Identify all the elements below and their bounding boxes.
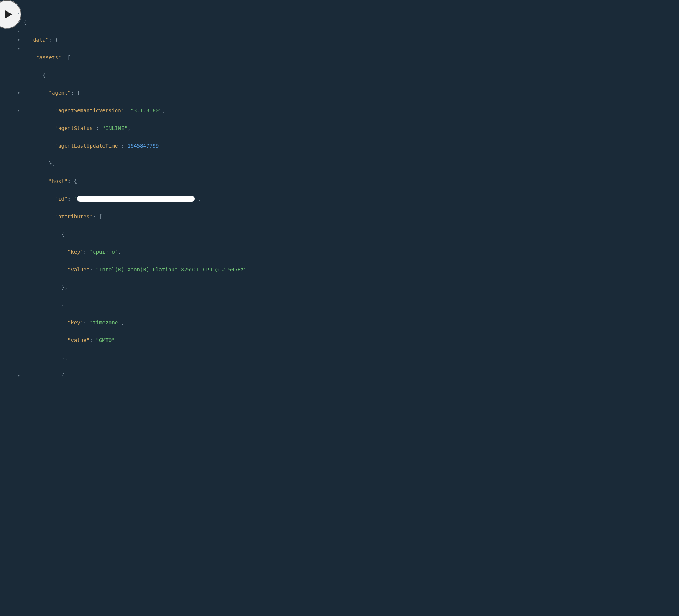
code-line: }, xyxy=(24,353,413,362)
json-string: "3.1.3.80" xyxy=(130,108,162,113)
fold-toggle[interactable]: ▾ xyxy=(18,88,20,97)
play-icon xyxy=(2,8,14,21)
code-line: "agentSemanticVersion": "3.1.3.80", xyxy=(24,106,413,115)
json-key: "key" xyxy=(68,320,84,325)
json-key: "agentLastUpdateTime" xyxy=(55,143,121,149)
code-line: "value": "Intel(R) Xeon(R) Platinum 8259… xyxy=(24,265,413,274)
json-key: "value" xyxy=(68,337,90,343)
code-line: "agentLastUpdateTime": 1645847799 xyxy=(24,141,413,150)
code-line: { xyxy=(24,300,413,309)
json-key: "host" xyxy=(49,178,67,184)
code-line: "value": "GMT0" xyxy=(24,336,413,345)
json-key: "value" xyxy=(68,267,90,272)
redaction xyxy=(77,196,195,202)
code-line: "agentStatus": "ONLINE", xyxy=(24,124,413,133)
json-viewer: ▾ ▾ ▾ ▾ ▾ ▾ ▾ ▾ { "data": { "assets": [ … xyxy=(0,0,416,385)
json-key: "attributes" xyxy=(55,214,93,219)
json-key: "agentStatus" xyxy=(55,125,96,131)
code-line: { xyxy=(24,71,413,80)
fold-toggle[interactable]: ▾ xyxy=(18,27,20,35)
json-key: "id" xyxy=(55,196,67,202)
json-string: "GMT0" xyxy=(96,337,115,343)
code-line: }, xyxy=(24,283,413,292)
json-string: "timezone" xyxy=(89,320,121,325)
code-block: { "data": { "assets": [ { "agent": { "ag… xyxy=(24,9,413,385)
json-number: 1645847799 xyxy=(127,143,159,149)
json-key: "agentSemanticVersion" xyxy=(55,108,124,113)
code-line: "attributes": [ xyxy=(24,212,413,221)
json-key: "assets" xyxy=(36,54,61,60)
fold-toggle[interactable]: ▾ xyxy=(18,44,20,53)
fold-toggle[interactable]: ▾ xyxy=(18,35,20,44)
fold-toggle[interactable]: ▾ xyxy=(18,9,20,18)
code-line: }, xyxy=(24,159,413,168)
code-line: "key": "cpuinfo", xyxy=(24,247,413,256)
code-line: "host": { xyxy=(24,177,413,186)
fold-toggle[interactable]: ▾ xyxy=(18,106,20,115)
code-line: { xyxy=(24,230,413,239)
json-string: "ONLINE" xyxy=(102,125,127,131)
code-line: "agent": { xyxy=(24,88,413,97)
code-line: { xyxy=(24,18,413,27)
json-key: "agent" xyxy=(49,90,71,96)
json-key: "data" xyxy=(30,37,49,43)
json-string: "cpuinfo" xyxy=(89,249,118,255)
code-line: "data": { xyxy=(24,35,413,44)
json-string: " xyxy=(74,196,195,202)
fold-toggle[interactable]: ▾ xyxy=(18,18,20,27)
json-string: "Intel(R) Xeon(R) Platinum 8259CL CPU @ … xyxy=(96,267,247,272)
fold-toggle[interactable]: ▾ xyxy=(18,371,20,380)
code-line: { xyxy=(24,371,413,380)
code-line: "assets": [ xyxy=(24,53,413,62)
brace-open: { xyxy=(24,19,27,25)
code-line: "key": "timezone", xyxy=(24,318,413,327)
json-key: "key" xyxy=(68,249,84,255)
code-line: "id": "", xyxy=(24,194,413,203)
